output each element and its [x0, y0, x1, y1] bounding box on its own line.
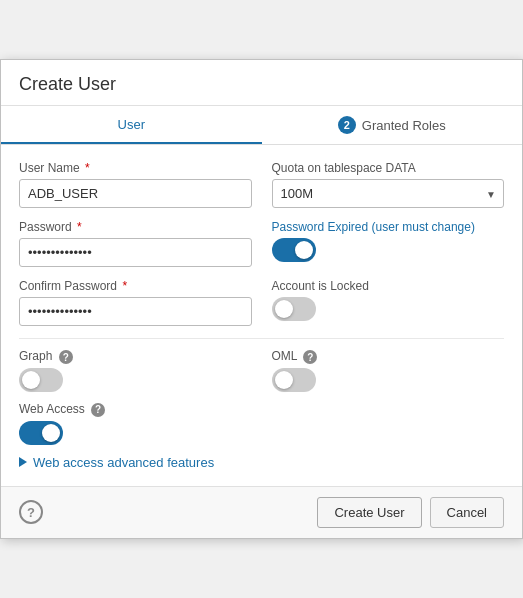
confirm-password-required: *	[122, 279, 127, 293]
username-input[interactable]	[19, 179, 252, 208]
col-username: User Name *	[19, 161, 252, 208]
tab-user-label: User	[118, 117, 145, 132]
tab-granted-roles-badge: 2	[338, 116, 356, 134]
graph-help-icon[interactable]: ?	[59, 350, 73, 364]
col-quota: Quota on tablespace DATA 100M 200M 500M …	[272, 161, 505, 208]
footer-help-button[interactable]: ?	[19, 500, 43, 524]
tabs-bar: User 2 Granted Roles	[1, 106, 522, 145]
web-access-advanced-row[interactable]: Web access advanced features	[19, 455, 504, 470]
web-access-toggle-row	[19, 421, 252, 445]
password-expired-toggle[interactable]	[272, 238, 316, 262]
web-access-advanced-label: Web access advanced features	[33, 455, 214, 470]
password-required: *	[77, 220, 82, 234]
col-web-access: Web Access ?	[19, 402, 252, 445]
dialog-title: Create User	[19, 74, 116, 94]
tab-granted-roles[interactable]: 2 Granted Roles	[262, 106, 523, 144]
col-confirm-password: Confirm Password *	[19, 279, 252, 326]
account-locked-toggle-row	[272, 297, 505, 321]
oml-toggle[interactable]	[272, 368, 316, 392]
row-password-expired: Password * Password Expired (user must c…	[19, 220, 504, 267]
col-password-expired: Password Expired (user must change)	[272, 220, 505, 267]
account-locked-label: Account is Locked	[272, 279, 505, 293]
col-password: Password *	[19, 220, 252, 267]
password-expired-toggle-row	[272, 238, 505, 262]
confirm-password-label: Confirm Password *	[19, 279, 252, 293]
footer-buttons: Create User Cancel	[317, 497, 504, 528]
col-oml: OML ?	[272, 349, 505, 392]
graph-toggle-row	[19, 368, 252, 392]
web-access-help-icon[interactable]: ?	[91, 403, 105, 417]
username-label: User Name *	[19, 161, 252, 175]
web-access-toggle[interactable]	[19, 421, 63, 445]
password-label: Password *	[19, 220, 252, 234]
row-web-access: Web Access ?	[19, 402, 504, 445]
oml-toggle-row	[272, 368, 505, 392]
graph-label: Graph ?	[19, 349, 252, 364]
tab-granted-roles-label: Granted Roles	[362, 118, 446, 133]
account-locked-toggle[interactable]	[272, 297, 316, 321]
dialog-body: User Name * Quota on tablespace DATA 100…	[1, 145, 522, 486]
web-access-label: Web Access ?	[19, 402, 252, 417]
create-user-dialog: Create User User 2 Granted Roles User Na…	[0, 59, 523, 539]
username-required: *	[85, 161, 90, 175]
confirm-password-input[interactable]	[19, 297, 252, 326]
quota-select[interactable]: 100M 200M 500M 1G Unlimited	[272, 179, 505, 208]
dialog-header: Create User	[1, 60, 522, 106]
col-account-locked: Account is Locked	[272, 279, 505, 326]
row-graph-oml: Graph ? OML ?	[19, 349, 504, 392]
dialog-footer: ? Create User Cancel	[1, 486, 522, 538]
quota-label: Quota on tablespace DATA	[272, 161, 505, 175]
col-web-access-empty	[272, 402, 505, 445]
tab-user[interactable]: User	[1, 106, 262, 144]
oml-help-icon[interactable]: ?	[303, 350, 317, 364]
row-confirm-account: Confirm Password * Account is Locked	[19, 279, 504, 326]
password-input[interactable]	[19, 238, 252, 267]
row-username-quota: User Name * Quota on tablespace DATA 100…	[19, 161, 504, 208]
create-user-button[interactable]: Create User	[317, 497, 421, 528]
divider-1	[19, 338, 504, 339]
cancel-button[interactable]: Cancel	[430, 497, 504, 528]
expand-icon	[19, 457, 27, 467]
graph-toggle[interactable]	[19, 368, 63, 392]
col-graph: Graph ?	[19, 349, 252, 392]
quota-select-wrapper: 100M 200M 500M 1G Unlimited ▼	[272, 179, 505, 208]
password-expired-label: Password Expired (user must change)	[272, 220, 505, 234]
oml-label: OML ?	[272, 349, 505, 364]
